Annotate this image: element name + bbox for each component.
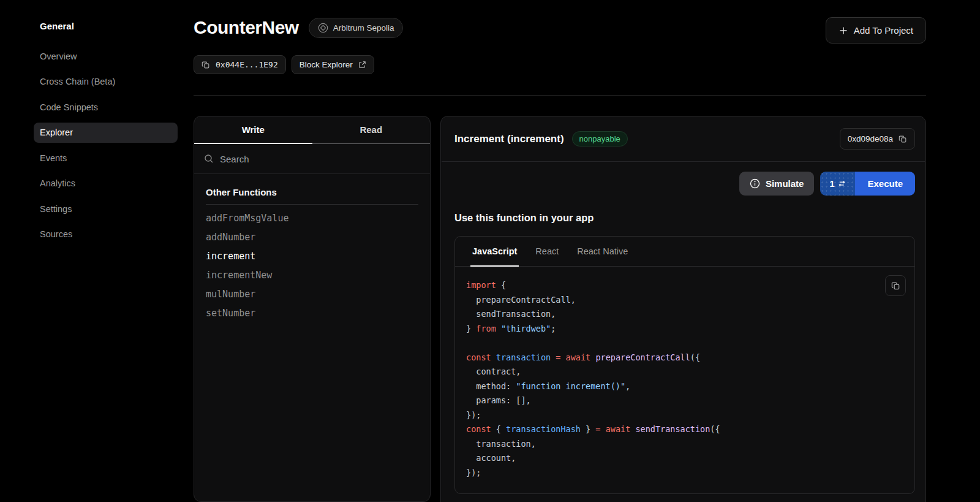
function-list-item[interactable]: addNumber [194, 227, 430, 246]
sidebar-item-explorer[interactable]: Explorer [34, 123, 178, 143]
function-name: addFromMsgValue [206, 213, 288, 224]
code-token [600, 424, 605, 434]
code-line: prepareContractCall, [466, 293, 903, 308]
sidebar-item-label: Explorer [40, 127, 73, 137]
function-name: increment [206, 251, 255, 262]
add-to-project-button[interactable]: Add To Project [826, 17, 926, 44]
add-to-project-label: Add To Project [854, 25, 913, 36]
code-line: const { transactionHash } = await sendTr… [466, 422, 903, 437]
code-line: contract, [466, 365, 903, 379]
code-token: ({ [690, 352, 700, 362]
code-line: }); [466, 408, 903, 423]
functions-panel: Write Read Other Functions addFromMsgVal… [194, 116, 431, 502]
code-tab-react-native[interactable]: React Native [568, 237, 637, 266]
network-badge[interactable]: Arbitrum Sepolia [309, 18, 404, 38]
sidebar-item-cross-chain-beta[interactable]: Cross Chain (Beta) [34, 72, 178, 92]
mutability-badge: nonpayable [572, 131, 628, 146]
swap-icon [838, 180, 846, 188]
code-token: ({ [710, 424, 720, 434]
code-token: transactionHash [506, 424, 581, 434]
main-content: CounterNew Arbitrum Sepolia Add To Proje… [184, 0, 980, 502]
sidebar-item-events[interactable]: Events [34, 148, 178, 168]
search-input[interactable] [220, 154, 420, 164]
plus-icon [839, 26, 848, 36]
tab-label: React [535, 246, 559, 256]
sidebar-item-settings[interactable]: Settings [34, 199, 178, 219]
tab-read[interactable]: Read [312, 116, 431, 144]
sidebar-item-label: Overview [40, 51, 77, 61]
functions-section-divider [206, 204, 418, 205]
sidebar-item-overview[interactable]: Overview [34, 46, 178, 66]
code-token: from [476, 324, 496, 333]
execute-count-button[interactable]: 1 [820, 172, 855, 196]
code-token: transaction [496, 352, 551, 362]
title-group: CounterNew Arbitrum Sepolia [194, 17, 403, 38]
tab-label: Read [360, 124, 382, 135]
code-tab-javascript[interactable]: JavaScript [463, 237, 526, 266]
function-detail-card: Increment (increment) nonpayable 0xd09de… [440, 116, 926, 502]
code-line: method: "function increment()", [466, 379, 903, 394]
code-token: } [581, 424, 595, 434]
copy-code-button[interactable] [885, 275, 906, 296]
action-row: Simulate 1 Execute [441, 162, 925, 196]
contract-header: CounterNew Arbitrum Sepolia Add To Proje… [194, 17, 926, 44]
code-body: import { prepareContractCall, sendTransa… [455, 267, 914, 493]
contract-address-label: 0x044E...1E92 [216, 60, 278, 69]
tab-label: JavaScript [472, 246, 517, 256]
functions-section: Other Functions addFromMsgValue addNumbe… [194, 174, 430, 322]
chain-icon [318, 23, 328, 33]
sidebar: General Overview Cross Chain (Beta) Code… [0, 0, 184, 502]
code-line: account, [466, 451, 903, 466]
code-token: transaction, [466, 439, 536, 449]
function-list-item[interactable]: addFromMsgValue [194, 208, 430, 227]
function-detail-header: Increment (increment) nonpayable 0xd09de… [441, 116, 925, 161]
code-line: const transaction = await prepareContrac… [466, 351, 903, 365]
code-token: prepareContractCall, [466, 295, 576, 305]
code-token: "function increment()" [516, 381, 625, 391]
code-token: { [496, 280, 506, 290]
code-token: { [491, 424, 506, 434]
code-token: , [625, 381, 630, 391]
sidebar-item-label: Analytics [40, 178, 75, 188]
code-token: }); [466, 410, 481, 420]
code-token: sendTransaction, [466, 309, 556, 319]
read-write-tabs: Write Read [194, 116, 430, 144]
code-token: } [466, 324, 476, 333]
code-line: import { [466, 278, 903, 293]
function-list-item[interactable]: setNumber [194, 303, 430, 322]
function-list-item[interactable]: increment [194, 246, 430, 265]
code-token: method: [466, 381, 516, 391]
function-selector-label: 0xd09de08a [848, 134, 893, 143]
code-snippet-box: JavaScript React React Native import { p… [454, 236, 915, 494]
code-tab-react[interactable]: React [526, 237, 568, 266]
code-token: import [466, 280, 496, 290]
function-list-item[interactable]: incrementNew [194, 265, 430, 284]
code-token: params: [], [466, 395, 531, 405]
code-line: }); [466, 466, 903, 481]
execute-button[interactable]: Execute [855, 172, 915, 196]
panels-row: Write Read Other Functions addFromMsgVal… [194, 116, 926, 502]
function-list-item[interactable]: mulNumber [194, 284, 430, 303]
code-token: sendTransaction [635, 424, 710, 434]
code-line: params: [], [466, 394, 903, 408]
code-token [560, 352, 565, 362]
code-token: account, [466, 453, 516, 463]
sidebar-item-analytics[interactable]: Analytics [34, 173, 178, 194]
tab-write[interactable]: Write [194, 116, 312, 144]
code-language-tabs: JavaScript React React Native [455, 237, 914, 267]
code-token: const [466, 424, 491, 434]
block-explorer-label: Block Explorer [300, 60, 353, 69]
contract-address-button[interactable]: 0x044E...1E92 [194, 55, 286, 74]
info-icon [750, 178, 760, 189]
function-selector-button[interactable]: 0xd09de08a [840, 128, 915, 150]
search-row [194, 144, 430, 174]
sidebar-item-label: Code Snippets [40, 102, 98, 112]
sidebar-item-sources[interactable]: Sources [34, 224, 178, 245]
code-token: "thirdweb" [501, 324, 551, 333]
simulate-button[interactable]: Simulate [739, 172, 815, 196]
execute-count-label: 1 [829, 179, 834, 189]
sidebar-item-label: Cross Chain (Beta) [40, 77, 115, 86]
sidebar-item-code-snippets[interactable]: Code Snippets [34, 97, 178, 117]
block-explorer-button[interactable]: Block Explorer [292, 55, 374, 74]
copy-icon [899, 135, 907, 143]
